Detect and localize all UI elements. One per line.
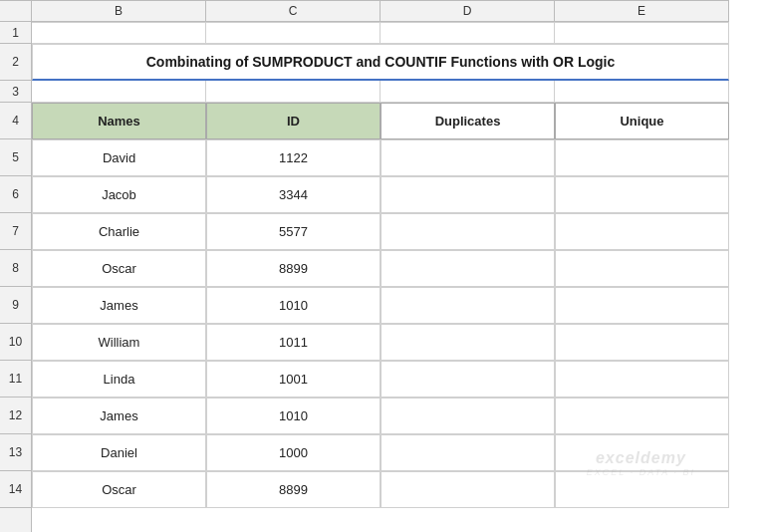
rownum-12: 12 [0,398,31,434]
cell-b13[interactable]: Daniel [32,434,206,471]
row-5: David 1122 [32,139,765,176]
cell-c10[interactable]: 1011 [206,324,381,361]
col-header-e[interactable]: E [555,0,729,22]
row-3 [32,81,765,103]
cell-e8[interactable] [555,250,729,287]
row-6: Jacob 3344 [32,176,765,213]
header-unique: Unique [555,103,729,139]
cell-c12[interactable]: 1010 [206,398,381,434]
cell-d6[interactable] [381,176,555,213]
row-10: William 1011 [32,324,765,361]
cell-c1[interactable] [206,22,381,44]
cell-d12[interactable] [381,398,555,434]
title-cell: Combinating of SUMPRODUCT and COUNTIF Fu… [32,44,729,81]
cell-b14[interactable]: Oscar [32,471,206,508]
cell-e3[interactable] [555,81,729,103]
cell-b3[interactable] [32,81,206,103]
cell-e11[interactable] [555,361,729,398]
cell-e1[interactable] [555,22,729,44]
cell-c11[interactable]: 1001 [206,361,381,398]
rownum-14: 14 [0,471,31,508]
col-header-d[interactable]: D [381,0,555,22]
cell-b6[interactable]: Jacob [32,176,206,213]
col-header-row: B C D E [0,0,765,22]
cell-e7[interactable] [555,213,729,250]
cell-b9[interactable]: James [32,287,206,324]
cell-d7[interactable] [381,213,555,250]
rownum-11: 11 [0,361,31,398]
cell-e5[interactable] [555,139,729,176]
cell-c6[interactable]: 3344 [206,176,381,213]
row-7: Charlie 5577 [32,213,765,250]
cell-c7[interactable]: 5577 [206,213,381,250]
cell-d3[interactable] [381,81,555,103]
col-header-b[interactable]: B [32,0,206,22]
cell-b1[interactable] [32,22,206,44]
cell-e6[interactable] [555,176,729,213]
cell-b11[interactable]: Linda [32,361,206,398]
cell-c13[interactable]: 1000 [206,434,381,471]
cell-e13[interactable] [555,434,729,471]
row-13: Daniel 1000 [32,434,765,471]
cell-b12[interactable]: James [32,398,206,434]
rownum-7: 7 [0,213,31,250]
rownum-8: 8 [0,250,31,287]
rownum-2: 2 [0,44,31,81]
row-12: James 1010 [32,398,765,434]
cell-b5[interactable]: David [32,139,206,176]
row-numbers: 1 2 3 4 5 6 7 8 9 10 11 12 13 14 [0,22,32,532]
cell-d10[interactable] [381,324,555,361]
header-names: Names [32,103,206,139]
rownum-9: 9 [0,287,31,324]
cell-d11[interactable] [381,361,555,398]
rownum-5: 5 [0,139,31,176]
cell-d5[interactable] [381,139,555,176]
cell-b7[interactable]: Charlie [32,213,206,250]
cell-e10[interactable] [555,324,729,361]
cell-d14[interactable] [381,471,555,508]
cell-e9[interactable] [555,287,729,324]
cell-c8[interactable]: 8899 [206,250,381,287]
row-4: Names ID Duplicates Unique [32,103,765,139]
cell-b8[interactable]: Oscar [32,250,206,287]
cell-c14[interactable]: 8899 [206,471,381,508]
cell-c9[interactable]: 1010 [206,287,381,324]
header-id: ID [206,103,381,139]
cell-b10[interactable]: William [32,324,206,361]
row-9: James 1010 [32,287,765,324]
cell-d1[interactable] [381,22,555,44]
cells-area: Combinating of SUMPRODUCT and COUNTIF Fu… [32,22,765,532]
spreadsheet-title: Combinating of SUMPRODUCT and COUNTIF Fu… [146,54,616,70]
row-14: Oscar 8899 [32,471,765,508]
cell-c5[interactable]: 1122 [206,139,381,176]
main-area: 1 2 3 4 5 6 7 8 9 10 11 12 13 14 [0,22,765,532]
rownum-1: 1 [0,22,31,44]
row-1 [32,22,765,44]
row-11: Linda 1001 [32,361,765,398]
cell-d13[interactable] [381,434,555,471]
header-duplicates: Duplicates [381,103,555,139]
rownum-6: 6 [0,176,31,213]
cell-e12[interactable] [555,398,729,434]
rownum-13: 13 [0,434,31,471]
cell-d8[interactable] [381,250,555,287]
row-8: Oscar 8899 [32,250,765,287]
corner-cell [0,0,32,22]
row-2: Combinating of SUMPRODUCT and COUNTIF Fu… [32,44,765,81]
rownum-10: 10 [0,324,31,361]
rownum-3: 3 [0,81,31,103]
cell-e14[interactable] [555,471,729,508]
rownum-4: 4 [0,103,31,139]
cell-d9[interactable] [381,287,555,324]
cell-c3[interactable] [206,81,381,103]
col-header-c[interactable]: C [206,0,381,22]
